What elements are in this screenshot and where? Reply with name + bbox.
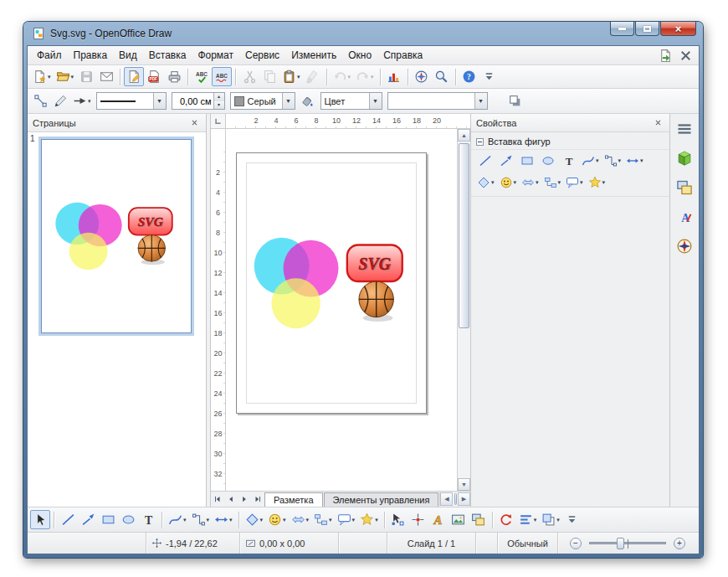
styles-deck-button[interactable] [673,205,696,228]
horizontal-scroll-track[interactable] [453,492,458,506]
scroll-left-icon[interactable]: ◀ [440,492,453,506]
vertical-scroll-track[interactable] [458,142,470,478]
zoom-button[interactable] [432,67,452,86]
zoom-slider-handle[interactable] [617,538,624,549]
line-button[interactable] [474,152,495,170]
scroll-down-icon[interactable]: ▼ [458,478,470,491]
stepper-up-icon[interactable]: ▴ [214,93,224,101]
align-button[interactable]: ▾ [516,510,540,529]
view-tab[interactable]: Разметка [264,492,323,507]
callouts-button[interactable]: ▾ [563,173,586,192]
menu-item[interactable]: Сервис [239,48,285,63]
vertical-scroll-thumb[interactable] [459,143,469,328]
horizontal-scrollbar[interactable]: ◀ ▶ [439,492,470,506]
page-thumbnail[interactable] [41,139,192,333]
navigator-deck-button[interactable] [673,234,696,257]
symbol-shapes-button[interactable]: ▾ [265,510,289,529]
menu-item[interactable]: Окно [342,48,377,63]
menu-item[interactable]: Файл [31,48,68,63]
rotate-button[interactable] [496,510,516,529]
flowchart-button[interactable]: ▾ [541,173,564,192]
glue-points-button[interactable] [408,510,428,529]
arrow-shape-button[interactable] [495,152,516,170]
line-width-stepper[interactable]: 0,00 см ▴▾ [172,92,225,110]
rectangle-button[interactable] [98,510,118,529]
nav-prev-button[interactable] [224,492,238,506]
collapse-icon[interactable] [476,138,484,146]
zoom-out-button[interactable]: − [570,538,582,549]
pen-button[interactable] [50,91,70,111]
shadow-button[interactable] [505,91,525,111]
pages-panel-close-button[interactable] [187,116,201,130]
properties-deck-button[interactable] [673,147,696,169]
ruler-corner[interactable] [211,114,226,129]
drawing-canvas[interactable] [226,129,457,491]
close-button[interactable]: × [660,22,696,36]
edit-points-button[interactable] [388,510,408,529]
overflow-button[interactable] [479,67,500,86]
nav-next-button[interactable] [238,492,251,506]
print-button[interactable] [164,67,184,86]
horizontal-scroll-thumb[interactable] [454,493,457,505]
line-style-combo[interactable]: ▼ [96,92,167,110]
arrange-button[interactable]: ▾ [539,510,562,529]
text-button[interactable] [558,152,579,170]
stepper-arrows[interactable]: ▴▾ [213,93,224,109]
menu-item[interactable]: Изменить [285,48,342,63]
edit-file-button[interactable] [124,67,144,86]
open-button[interactable]: ▾ [54,67,77,86]
lines-arrows-button[interactable]: ▾ [623,152,646,170]
points-mode-button[interactable] [30,91,50,111]
zoom-in-button[interactable]: + [674,538,685,549]
insert-shapes-section-header[interactable]: Вставка фигур [471,132,669,150]
nav-last-button[interactable] [251,492,264,506]
menu-item[interactable]: Правка [68,48,114,63]
ellipse-button[interactable] [118,510,138,529]
stars-button[interactable]: ▾ [586,173,608,192]
scroll-up-icon[interactable]: ▲ [458,129,470,142]
curve-button[interactable]: ▾ [579,152,602,170]
connector-button[interactable]: ▾ [189,510,213,529]
fontwork-button[interactable] [428,510,449,529]
scroll-right-icon[interactable]: ▶ [458,492,470,506]
menu-item[interactable]: Формат [192,48,239,63]
callouts-button[interactable]: ▾ [335,510,358,529]
basic-shapes-button[interactable]: ▾ [474,173,497,192]
status-view-mode[interactable]: Обычный [498,533,558,554]
ellipse-button[interactable] [537,152,558,170]
lines-arrows-button[interactable]: ▾ [212,510,235,529]
help-button[interactable] [459,67,479,86]
auto-spellcheck-button[interactable] [212,67,232,86]
close-document-button[interactable] [675,46,695,65]
spellcheck-button[interactable] [192,67,212,86]
drawing-page[interactable] [236,152,427,414]
maximize-button[interactable] [635,22,659,36]
basic-shapes-button[interactable]: ▾ [243,510,266,529]
menu-item[interactable]: Справка [377,48,428,63]
curve-button[interactable]: ▾ [166,510,189,529]
stepper-down-icon[interactable]: ▾ [214,101,224,110]
arrow-style-button[interactable]: ▾ [70,91,94,111]
rectangle-button[interactable] [516,152,537,170]
sidebar-settings-button[interactable] [673,117,696,140]
symbol-shapes-button[interactable]: ▾ [497,173,520,192]
paste-button[interactable]: ▾ [279,67,303,86]
line-color-combo[interactable]: Серый ▼ [230,92,295,110]
chart-button[interactable] [384,67,404,86]
block-arrows-button[interactable]: ▾ [289,510,312,529]
export-pdf-button[interactable] [144,67,164,86]
minimize-button[interactable] [610,22,634,36]
text-button[interactable] [138,510,158,529]
paint-can-button[interactable] [298,91,318,111]
arrow-shape-button[interactable] [78,510,98,529]
drawing-objects[interactable] [237,153,426,413]
line-button[interactable] [58,510,78,529]
overflow-button[interactable] [562,510,582,529]
zoom-slider[interactable] [589,542,666,544]
fill-color-combo[interactable]: ▼ [387,92,488,110]
properties-panel-close-button[interactable] [651,116,664,130]
gallery-button[interactable] [469,510,489,529]
new-document-button[interactable]: ▾ [30,67,54,86]
fill-type-combo[interactable]: Цвет ▼ [320,92,382,110]
block-arrows-button[interactable]: ▾ [519,173,541,192]
